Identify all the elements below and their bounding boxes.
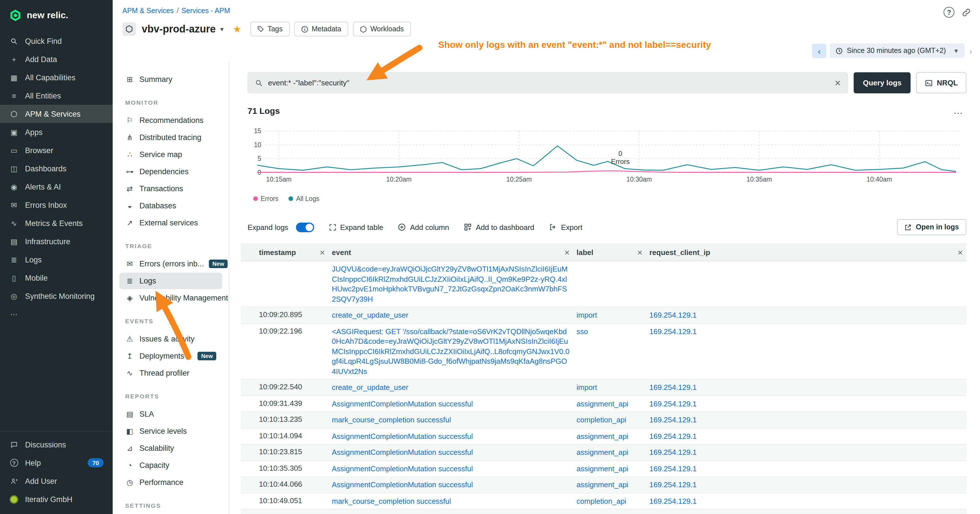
table-row[interactable]: 10:11:00.311AssignmentCompletionMutation…	[241, 509, 966, 514]
sidebar-item-infrastructure[interactable]: ▤Infrastructure	[0, 232, 113, 250]
table-row[interactable]: 10:10:44.066AssignmentCompletionMutation…	[241, 477, 966, 493]
ip-link[interactable]: 169.254.129.1	[649, 399, 697, 408]
service-nav-deployments[interactable]: ↥DeploymentsNew	[119, 348, 222, 364]
remove-column-icon[interactable]: ×	[958, 248, 963, 257]
label-link[interactable]: assignment_api	[576, 464, 628, 473]
ip-link[interactable]: 169.254.129.1	[649, 481, 697, 489]
column-header-timestamp[interactable]: timestamp×	[256, 244, 328, 261]
export-button[interactable]: Export	[549, 223, 582, 231]
service-nav-issues-activity[interactable]: ⚠Issues & activity	[119, 331, 222, 347]
service-nav-external-services[interactable]: ↗External services	[119, 215, 222, 231]
sidebar-item-all-capabilities[interactable]: ▦All Capabilities	[0, 68, 113, 86]
ip-link[interactable]: 169.254.129.1	[649, 415, 697, 424]
service-nav-service-levels[interactable]: ◧Service levels	[119, 423, 222, 439]
event-link[interactable]: <ASGIRequest: GET '/sso/callback/?state=…	[332, 327, 570, 376]
ip-link[interactable]: 169.254.129.1	[649, 513, 697, 514]
sidebar-item-errors-inbox[interactable]: ✉Errors Inbox	[0, 196, 113, 214]
table-row[interactable]: 10:10:23.815AssignmentCompletionMutation…	[241, 444, 966, 460]
remove-column-icon[interactable]: ×	[564, 248, 570, 257]
table-row[interactable]: 10:09:31.439AssignmentCompletionMutation…	[241, 396, 966, 412]
workloads-button[interactable]: Workloads	[353, 22, 410, 37]
service-nav-performance[interactable]: ◷Performance	[119, 474, 222, 491]
table-row[interactable]: 10:10:49.051mark_course_completion succe…	[241, 493, 966, 509]
query-logs-button[interactable]: Query logs	[854, 72, 910, 93]
logs-search-box[interactable]: ×	[248, 72, 848, 93]
clear-query-icon[interactable]: ×	[835, 78, 840, 88]
label-link[interactable]: assignment_api	[576, 432, 628, 440]
remove-column-icon[interactable]: ×	[637, 248, 643, 257]
legend-all-logs[interactable]: All Logs	[289, 195, 320, 202]
service-nav-summary[interactable]: ⊞Summary	[119, 71, 222, 88]
ip-link[interactable]: 169.254.129.1	[649, 496, 697, 505]
remove-column-icon[interactable]: ×	[320, 248, 325, 257]
sidebar-item-alerts-ai[interactable]: ◉Alerts & AI	[0, 178, 113, 196]
entity-chevron-down-icon[interactable]: ▼	[219, 26, 225, 32]
label-link[interactable]: import	[576, 383, 597, 391]
sidebar-item-add-user[interactable]: Add User	[0, 472, 113, 490]
sidebar-item-dashboards[interactable]: ◫Dashboards	[0, 159, 113, 178]
table-row[interactable]: 10:10:14.094AssignmentCompletionMutation…	[241, 428, 966, 444]
ip-link[interactable]: 169.254.129.1	[649, 448, 697, 457]
ip-link[interactable]: 169.254.129.1	[649, 311, 697, 319]
sidebar-item-quick-find[interactable]: Quick Find	[0, 32, 113, 50]
sidebar-item-account[interactable]: Iterativ GmbH	[0, 490, 113, 508]
help-circle-icon[interactable]: ?	[943, 7, 955, 18]
permalink-icon[interactable]	[962, 8, 971, 17]
sidebar-item-help[interactable]: ?Help70	[0, 454, 113, 472]
service-nav-distributed-tracing[interactable]: ⋔Distributed tracing	[119, 129, 222, 146]
toggle-on-icon[interactable]	[296, 222, 314, 232]
ip-link[interactable]: 169.254.129.1	[649, 327, 697, 336]
table-row[interactable]: 10:09:22.196<ASGIRequest: GET '/sso/call…	[241, 323, 966, 379]
breadcrumb-services-apm[interactable]: Services - APM	[181, 7, 230, 15]
service-nav-vulnerability-management[interactable]: ◈Vulnerability Management	[119, 290, 222, 306]
event-link[interactable]: AssignmentCompletionMutation successful	[332, 513, 473, 514]
service-nav-logs[interactable]: ≣Logs	[119, 273, 222, 289]
service-nav-dependencies[interactable]: ⊶Dependencies	[119, 163, 222, 180]
sidebar-item-add-data[interactable]: +Add Data	[0, 50, 113, 68]
chart-more-icon[interactable]: …	[953, 108, 966, 113]
event-link[interactable]: mark_course_completion successful	[332, 496, 451, 505]
event-link[interactable]: mark_course_completion successful	[332, 415, 451, 424]
entity-name[interactable]: vbv-prod-azure	[142, 23, 216, 35]
favorite-star-icon[interactable]: ★	[233, 23, 242, 35]
logs-query-input[interactable]	[268, 78, 827, 87]
label-link[interactable]: assignment_api	[576, 481, 628, 489]
metadata-button[interactable]: Metadata	[294, 22, 348, 37]
table-row[interactable]: 10:10:13.235mark_course_completion succe…	[241, 412, 966, 428]
service-nav-errors-inbox[interactable]: ✉Errors (errors inb...New	[119, 256, 222, 272]
sidebar-item-discussions[interactable]: Discussions	[0, 436, 113, 454]
time-forward-button[interactable]: ›	[969, 46, 972, 56]
sidebar-item-metrics-events[interactable]: ∿Metrics & Events	[0, 214, 113, 232]
label-link[interactable]: assignment_api	[576, 448, 628, 457]
service-nav-sla[interactable]: ▤SLA	[119, 406, 222, 422]
column-header-label[interactable]: label×	[573, 244, 646, 261]
add-to-dashboard-button[interactable]: Add to dashboard	[464, 223, 534, 231]
sidebar-item-mobile[interactable]: ▯Mobile	[0, 269, 113, 287]
table-row[interactable]: 10:09:22.540create_or_update_userimport1…	[241, 379, 966, 396]
ip-link[interactable]: 169.254.129.1	[649, 464, 697, 473]
breadcrumb-apm-services[interactable]: APM & Services	[123, 7, 174, 15]
label-link[interactable]: assignment_api	[576, 513, 628, 514]
sidebar-item-apps[interactable]: ▣Apps	[0, 123, 113, 141]
time-range-dropdown[interactable]: Since 30 minutes ago (GMT+2) ▼	[830, 43, 965, 58]
expand-logs-toggle[interactable]: Expand logs	[248, 222, 314, 232]
legend-errors[interactable]: Errors	[253, 195, 278, 202]
time-back-button[interactable]: ‹	[812, 43, 826, 58]
service-nav-capacity[interactable]: ◔Capacity	[119, 457, 222, 474]
new-relic-logo[interactable]: new relic.	[0, 0, 113, 32]
expand-table-button[interactable]: Expand table	[329, 223, 383, 231]
ip-link[interactable]: 169.254.129.1	[649, 432, 697, 440]
table-row[interactable]: 10:09:20.895create_or_update_userimport1…	[241, 307, 966, 323]
service-nav-service-map[interactable]: ∴Service map	[119, 146, 222, 163]
label-link[interactable]: sso	[576, 327, 588, 336]
column-header-request-client-ip[interactable]: request_client_ip×	[646, 244, 966, 261]
sidebar-item-apm-services[interactable]: APM & Services	[0, 105, 113, 123]
service-nav-recommendations[interactable]: ⚐Recommendations	[119, 112, 222, 129]
sidebar-item-logs[interactable]: ≣Logs	[0, 250, 113, 269]
tags-button[interactable]: Tags	[250, 22, 290, 37]
add-column-button[interactable]: Add column	[398, 223, 449, 231]
event-link[interactable]: JUQVU&code=eyJraWQiOiJjcGltY29yZV8wOTl1M…	[332, 265, 568, 303]
event-link[interactable]: AssignmentCompletionMutation successful	[332, 432, 473, 440]
label-link[interactable]: assignment_api	[576, 399, 628, 408]
label-link[interactable]: completion_api	[576, 496, 626, 505]
